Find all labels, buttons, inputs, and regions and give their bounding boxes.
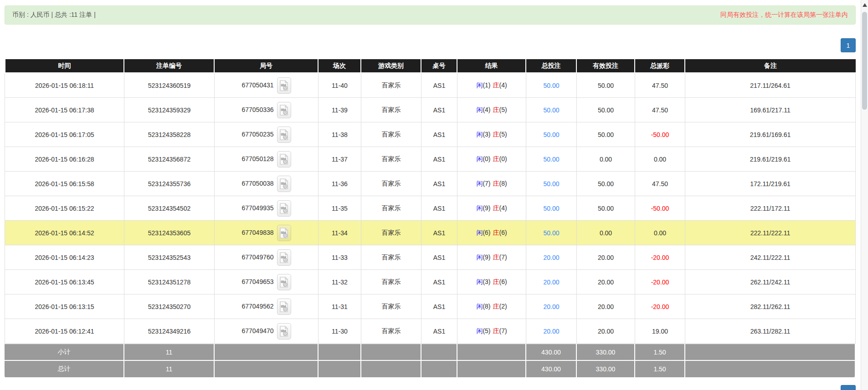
total-bet-link[interactable]: 50.00 <box>543 229 559 237</box>
result-player-score: (6) <box>483 229 490 236</box>
table-row: 2026-01-15 06:18:11 523124360519 6770504… <box>5 73 856 98</box>
total-bet-link[interactable]: 50.00 <box>543 106 559 114</box>
valid-bet-notice-text: 同局有效投注，统一计算在该局第一张注单内 <box>720 11 848 19</box>
video-file-icon[interactable] <box>277 299 291 315</box>
round-number: 677049653 <box>241 278 273 285</box>
result-banker-label: 庄 <box>493 180 499 187</box>
scroll-up-arrow-icon[interactable] <box>863 3 867 7</box>
cell-remark: 222.11/172.11 <box>685 196 856 221</box>
result-banker-score: (6) <box>499 278 507 285</box>
result-banker-label: 庄 <box>493 229 499 236</box>
table-row: 2026-01-15 06:17:38 523124359329 6770503… <box>5 98 856 122</box>
col-header-round: 局号 <box>215 58 318 73</box>
cell-remark: 242.11/222.11 <box>685 245 856 270</box>
total-bet-link[interactable]: 50.00 <box>543 205 559 212</box>
result-banker-score: (5) <box>499 131 507 138</box>
col-header-table-no: 桌号 <box>421 58 457 73</box>
video-file-icon[interactable] <box>277 151 291 167</box>
cell-time: 2026-01-15 06:12:41 <box>5 319 124 344</box>
cell-round: 677049470 <box>215 319 318 344</box>
cell-payout: -50.00 <box>635 196 685 221</box>
cell-session: 11-31 <box>318 294 361 319</box>
cell-table-no: AS1 <box>421 73 457 98</box>
cell-total-bet: 20.00 <box>526 270 577 294</box>
round-number: 677050235 <box>241 130 273 137</box>
table-row: 2026-01-15 06:15:58 523124355736 6770500… <box>5 172 856 196</box>
col-header-remark: 备注 <box>685 58 856 73</box>
cell-table-no: AS1 <box>421 122 457 147</box>
cell-game-type: 百家乐 <box>361 319 421 344</box>
col-header-bet-id: 注单编号 <box>124 58 215 73</box>
cell-result: 闲(6)庄(6) <box>457 221 526 245</box>
cell-total-bet: 20.00 <box>526 294 577 319</box>
total-payout: 1.50 <box>635 361 685 378</box>
cell-payout: 47.50 <box>635 172 685 196</box>
cell-total-bet: 50.00 <box>526 147 577 172</box>
cell-time: 2026-01-15 06:14:23 <box>5 245 124 270</box>
result-player-score: (1) <box>483 81 490 89</box>
result-banker-label: 庄 <box>493 278 499 285</box>
total-bet-link[interactable]: 20.00 <box>543 303 559 310</box>
total-bet-link[interactable]: 50.00 <box>543 131 559 138</box>
video-file-icon[interactable] <box>277 102 291 118</box>
video-file-icon[interactable] <box>277 249 291 266</box>
cell-result: 闲(3)庄(6) <box>457 270 526 294</box>
pagination-page-1-bottom[interactable]: 1 <box>841 385 856 390</box>
subtotal-row: 小计 11 430.00 330.00 1.50 <box>5 344 856 361</box>
result-player-label: 闲 <box>476 303 483 310</box>
cell-table-no: AS1 <box>421 245 457 270</box>
table-body: 2026-01-15 06:18:11 523124360519 6770504… <box>5 73 856 344</box>
result-player-score: (9) <box>483 204 490 212</box>
cell-session: 11-30 <box>318 319 361 344</box>
cell-result: 闲(7)庄(8) <box>457 172 526 196</box>
result-banker-label: 庄 <box>493 106 499 113</box>
result-player-label: 闲 <box>476 204 483 212</box>
video-file-icon[interactable] <box>277 323 291 339</box>
cell-table-no: AS1 <box>421 319 457 344</box>
scrollbar-thumb[interactable] <box>862 12 867 110</box>
table-row: 2026-01-15 06:12:41 523124349216 6770494… <box>5 319 856 344</box>
cell-valid-bet: 50.00 <box>577 98 635 122</box>
video-file-icon[interactable] <box>277 127 291 143</box>
cell-time: 2026-01-15 06:17:38 <box>5 98 124 122</box>
video-file-icon[interactable] <box>277 225 291 241</box>
cell-result: 闲(0)庄(0) <box>457 147 526 172</box>
total-bet-link[interactable]: 20.00 <box>543 254 559 261</box>
total-bet-link[interactable]: 20.00 <box>543 328 559 335</box>
cell-result: 闲(1)庄(4) <box>457 73 526 98</box>
total-bet-link[interactable]: 50.00 <box>543 82 559 89</box>
result-banker-label: 庄 <box>493 253 499 261</box>
cell-table-no: AS1 <box>421 196 457 221</box>
bets-table: 时间 注单编号 局号 场次 游戏类别 桌号 结果 总投注 有效投注 总派彩 备注… <box>5 58 856 378</box>
video-file-icon[interactable] <box>277 200 291 217</box>
video-file-icon[interactable] <box>277 176 291 192</box>
result-player-score: (3) <box>483 131 490 138</box>
total-bet-link[interactable]: 50.00 <box>543 180 559 187</box>
vertical-scrollbar[interactable] <box>861 0 868 390</box>
cell-result: 闲(9)庄(4) <box>457 196 526 221</box>
round-number: 677049562 <box>241 302 273 309</box>
cell-table-no: AS1 <box>421 221 457 245</box>
cell-total-bet: 50.00 <box>526 221 577 245</box>
cell-bet-id: 523124352543 <box>124 245 215 270</box>
cell-game-type: 百家乐 <box>361 98 421 122</box>
round-number: 677049760 <box>241 253 273 260</box>
table-row: 2026-01-15 06:13:15 523124350270 6770495… <box>5 294 856 319</box>
total-bet-link[interactable]: 20.00 <box>543 279 559 286</box>
cell-game-type: 百家乐 <box>361 196 421 221</box>
video-file-icon[interactable] <box>277 77 291 94</box>
col-header-valid-bet: 有效投注 <box>577 58 635 73</box>
cell-payout: -20.00 <box>635 270 685 294</box>
result-banker-label: 庄 <box>493 204 499 212</box>
cell-bet-id: 523124356872 <box>124 147 215 172</box>
result-banker-score: (6) <box>499 229 507 236</box>
cell-bet-id: 523124351278 <box>124 270 215 294</box>
video-file-icon[interactable] <box>277 274 291 290</box>
total-bet-link[interactable]: 50.00 <box>543 156 559 163</box>
table-row: 2026-01-15 06:14:23 523124352543 6770497… <box>5 245 856 270</box>
cell-table-no: AS1 <box>421 98 457 122</box>
result-banker-score: (0) <box>499 155 507 162</box>
cell-valid-bet: 50.00 <box>577 172 635 196</box>
cell-remark: 282.11/262.11 <box>685 294 856 319</box>
pagination-page-1-top[interactable]: 1 <box>841 38 856 52</box>
